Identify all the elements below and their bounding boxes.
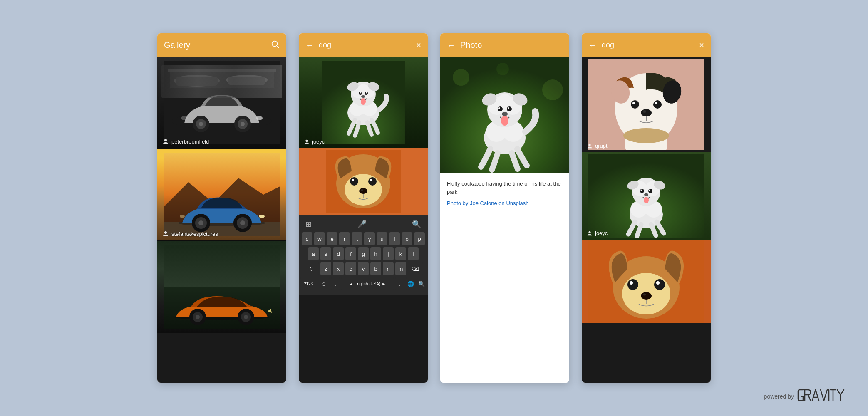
svg-point-25 [198,220,203,225]
search-icon[interactable] [270,40,280,51]
close-icon-4[interactable]: × [699,40,704,50]
key-s[interactable]: s [320,247,331,260]
photo-info: Fluffy cockapoo having the time of his l… [440,173,569,383]
key-search-bottom[interactable]: 🔍 [417,277,426,290]
key-y[interactable]: y [364,232,375,245]
search-results-2: joeyc [299,57,428,383]
key-shift[interactable]: ⇧ [304,262,319,275]
svg-point-129 [643,294,646,296]
close-icon-2[interactable]: × [416,40,421,50]
keyboard[interactable]: ⊞ 🎤 🔍 q w e r t y u i o p a [299,215,428,295]
search-input-4[interactable] [602,41,699,50]
key-l[interactable]: l [408,247,419,260]
key-p[interactable]: p [414,232,425,245]
screen-gallery: Gallery [157,33,286,383]
svg-point-102 [623,128,669,143]
gallery-header: Gallery [157,33,286,57]
gallery-item-2[interactable]: stefantakespictures [157,149,286,240]
svg-point-96 [632,102,635,104]
back-icon-3[interactable]: ← [447,40,455,50]
search-input-2[interactable] [319,41,416,50]
result-item-2[interactable]: joeyc [582,152,711,240]
photo-content: Fluffy cockapoo having the time of his l… [440,57,569,383]
svg-point-119 [644,197,649,203]
gravity-logo [797,389,847,404]
photo-header: ← Photo [440,33,569,57]
key-o[interactable]: o [402,232,412,245]
corgi-result-image [582,240,711,323]
key-b[interactable]: b [370,262,381,275]
svg-point-116 [641,190,642,191]
powered-by-text: powered by [764,393,794,400]
svg-point-72 [542,79,563,100]
result-item-3[interactable] [582,240,711,323]
keyboard-search-icon[interactable]: 🔍 [412,220,421,229]
fluffy-dog-image[interactable]: joeyc [299,57,428,148]
fluffy-dog-result-image: joeyc [582,152,711,240]
key-num-toggle[interactable]: ?123 [300,277,316,290]
result-item-1[interactable]: qrupt [582,57,711,152]
gallery-username-2: stefantakespictures [162,230,218,237]
corgi-image[interactable] [299,148,428,215]
key-w[interactable]: w [314,232,325,245]
key-d[interactable]: d [333,247,344,260]
svg-point-40 [244,315,248,319]
key-i[interactable]: i [389,232,400,245]
key-emoji[interactable]: ☺ [318,277,330,290]
screen-search-keyboard: ← × [299,33,428,383]
svg-point-67 [359,188,367,194]
svg-point-73 [496,63,509,75]
key-mic-small[interactable]: , [331,277,340,290]
key-u[interactable]: u [377,232,387,245]
key-globe[interactable]: 🌐 [406,277,415,290]
svg-point-15 [241,122,245,126]
key-a[interactable]: a [308,247,319,260]
gallery-username-1: peterbroomfield [162,138,209,145]
keyboard-toolbar: ⊞ 🎤 🔍 [300,218,426,232]
svg-point-58 [305,139,308,141]
back-icon-2[interactable]: ← [305,40,314,50]
gallery-item-1[interactable]: peterbroomfield [157,57,286,148]
key-r[interactable]: r [339,232,350,245]
svg-point-97 [655,102,657,104]
svg-point-71 [453,69,469,86]
key-g[interactable]: g [358,247,369,260]
back-icon-4[interactable]: ← [588,40,597,50]
powered-by-section: powered by [764,389,847,404]
gallery-item-3[interactable] [157,241,286,333]
keyboard-grid-icon[interactable]: ⊞ [305,220,312,229]
key-v[interactable]: v [358,262,369,275]
fluffy-dog-svg [322,61,405,144]
key-h[interactable]: h [370,247,381,260]
svg-point-128 [641,292,652,300]
svg-point-114 [640,189,644,193]
key-n[interactable]: n [383,262,394,275]
photo-credit-link[interactable]: Photo by Joe Caione on Unsplash [447,200,529,206]
key-backspace[interactable]: ⌫ [408,262,423,275]
jack-russell-svg [588,59,704,150]
search-header: ← × [299,33,428,57]
key-x[interactable]: x [333,262,344,275]
corgi-result-svg [588,240,704,323]
dog-results-header: ← × [582,33,711,57]
key-period[interactable]: . [395,277,404,290]
key-language[interactable]: ◄ English (USA) ► [341,277,394,290]
screen-photo-detail: ← Photo [440,33,569,383]
key-k[interactable]: k [395,247,406,260]
key-j[interactable]: j [383,247,394,260]
key-e[interactable]: e [327,232,337,245]
car-image-3 [164,245,280,329]
key-q[interactable]: q [302,232,312,245]
key-c[interactable]: c [345,262,356,275]
keyboard-mic-icon[interactable]: 🎤 [357,220,367,229]
key-row-3: ⇧ z x c v b n m ⌫ [300,262,426,275]
key-t[interactable]: t [352,232,362,245]
key-m[interactable]: m [395,262,406,275]
svg-point-56 [361,95,365,98]
photo-title: Photo [460,40,482,50]
key-z[interactable]: z [320,262,331,275]
photo-dog-svg [440,57,569,173]
svg-point-88 [502,112,508,116]
key-f[interactable]: f [345,247,356,260]
svg-point-117 [649,190,650,191]
